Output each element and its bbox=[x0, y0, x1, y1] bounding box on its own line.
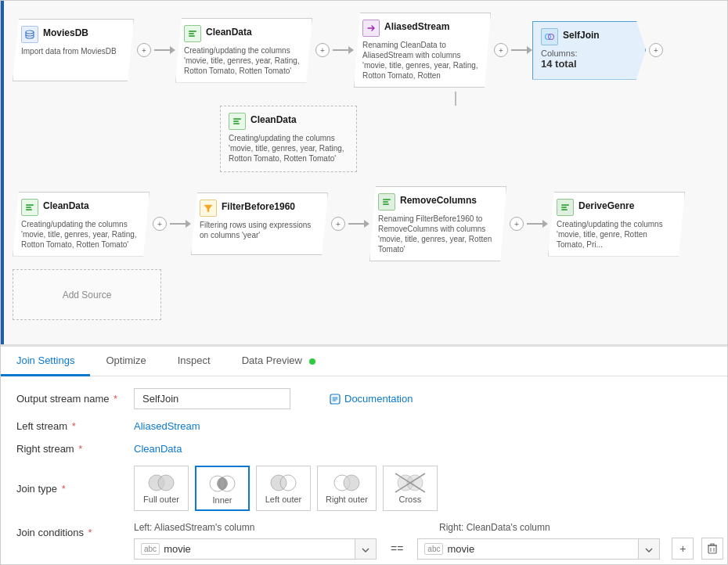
delete-condition-btn[interactable] bbox=[701, 538, 723, 560]
svg-point-20 bbox=[158, 475, 174, 491]
left-stream-link[interactable]: AliasedStream bbox=[134, 420, 200, 432]
right-stream-link[interactable]: CleanData bbox=[134, 443, 182, 455]
join-type-full-outer[interactable]: Full outer bbox=[134, 466, 189, 511]
svg-rect-31 bbox=[708, 545, 716, 553]
full-outer-icon bbox=[145, 471, 178, 495]
derive-icon bbox=[557, 199, 574, 216]
inner-icon bbox=[206, 472, 239, 495]
svg-point-26 bbox=[344, 475, 359, 491]
right-stream-row: Right stream * CleanData bbox=[16, 443, 712, 455]
left-column-select[interactable]: abc movie bbox=[134, 538, 377, 560]
node-removecolumns[interactable]: RemoveColumns Renaming FilterBefore1960 … bbox=[369, 186, 506, 261]
node-derivegenre[interactable]: DeriveGenre Creating/updating the column… bbox=[548, 192, 685, 257]
canvas-left-bar bbox=[1, 1, 4, 344]
plus-btn-cleandata1[interactable]: + bbox=[315, 43, 330, 57]
plus-btn-aliasedstream[interactable]: + bbox=[494, 43, 508, 57]
pipeline-row4: Add Source bbox=[1, 265, 727, 324]
tab-optimize[interactable]: Optimize bbox=[90, 347, 161, 376]
node-filterbefore1960-title: FilterBefore1960 bbox=[222, 201, 295, 212]
node-wrapper-filterbefore1960: FilterBefore1960 Filtering rows using ex… bbox=[191, 193, 348, 255]
tab-join-settings[interactable]: Join Settings bbox=[1, 347, 90, 376]
node-cleandata1-desc: Creating/updating the columns 'movie, ti… bbox=[184, 45, 304, 76]
node-moviesdb-desc: Import data from MoviesDB bbox=[21, 46, 125, 56]
node-wrapper-cleandata2: CleanData Creating/updating the columns … bbox=[220, 106, 357, 172]
tab-bar: Join Settings Optimize Inspect Data Prev… bbox=[1, 347, 727, 376]
plus-btn-filterbefore1960[interactable]: + bbox=[331, 217, 345, 231]
plus-btn-removecolumns[interactable]: + bbox=[510, 217, 524, 231]
node-filterbefore1960[interactable]: FilterBefore1960 Filtering rows using ex… bbox=[191, 193, 328, 255]
node-cleandata1[interactable]: CleanData Creating/updating the columns … bbox=[175, 18, 312, 83]
left-stream-row: Left stream * AliasedStream bbox=[16, 420, 712, 432]
bottom-panel: Join Settings Optimize Inspect Data Prev… bbox=[1, 345, 727, 565]
svg-rect-1 bbox=[189, 31, 196, 32]
node-removecolumns-title: RemoveColumns bbox=[400, 195, 477, 206]
output-stream-row: Output stream name * Documentation bbox=[16, 388, 712, 409]
connector5 bbox=[348, 220, 369, 228]
trash-icon bbox=[708, 543, 717, 554]
connector6 bbox=[527, 220, 548, 228]
node-cleandata2[interactable]: CleanData Creating/updating the columns … bbox=[220, 106, 357, 172]
tab-data-preview[interactable]: Data Preview bbox=[226, 347, 331, 376]
plus-btn-moviesdb[interactable]: + bbox=[137, 43, 151, 57]
conditions-content: Left: AliasedStream's column Right: Clea… bbox=[134, 522, 723, 560]
svg-rect-13 bbox=[383, 201, 388, 203]
join-type-right-outer[interactable]: Right outer bbox=[317, 466, 377, 511]
node-wrapper-selfjoin: SelfJoin Columns: 14 total + bbox=[532, 21, 666, 80]
pipeline-row3: CleanData Creating/updating the columns … bbox=[1, 182, 727, 265]
node-cleandata1-title: CleanData bbox=[206, 27, 252, 38]
condition-row-1: abc movie == abc bbox=[134, 538, 723, 560]
join-type-inner[interactable]: Inner bbox=[195, 466, 250, 511]
add-condition-btn[interactable]: + bbox=[672, 538, 694, 560]
join-conditions-label: Join conditions * bbox=[16, 522, 126, 538]
svg-rect-12 bbox=[383, 199, 391, 200]
documentation-link[interactable]: Documentation bbox=[330, 393, 413, 405]
main-container: MoviesDB Import data from MoviesDB + bbox=[0, 0, 728, 565]
node-wrapper-cleandata1: CleanData Creating/updating the columns … bbox=[175, 18, 333, 83]
right-outer-icon bbox=[330, 471, 363, 495]
join-type-left-outer[interactable]: Left outer bbox=[256, 466, 311, 511]
plus-btn-selfjoin[interactable]: + bbox=[649, 43, 663, 57]
join-type-label: Join type * bbox=[16, 483, 126, 495]
svg-point-0 bbox=[26, 31, 34, 34]
left-column-value: movie bbox=[164, 543, 191, 555]
node-cleandata3-title: CleanData bbox=[43, 200, 89, 211]
node-cleandata2-desc: Creating/updating the columns 'movie, ti… bbox=[229, 133, 348, 164]
svg-rect-7 bbox=[233, 121, 239, 122]
connector3 bbox=[511, 46, 532, 54]
plus-btn-cleandata3[interactable]: + bbox=[153, 217, 167, 231]
pipeline-row2 bbox=[1, 92, 727, 106]
svg-rect-16 bbox=[561, 207, 567, 208]
node-selfjoin[interactable]: SelfJoin Columns: 14 total bbox=[532, 21, 646, 80]
clean-icon-1 bbox=[184, 25, 201, 42]
output-stream-input[interactable] bbox=[134, 388, 290, 409]
node-wrapper-cleandata3: CleanData Creating/updating the columns … bbox=[13, 192, 170, 257]
eq-operator: == bbox=[384, 542, 409, 555]
node-removecolumns-desc: Renaming FilterBefore1960 to RemoveColum… bbox=[378, 214, 498, 254]
node-aliasedstream[interactable]: AliasedStream Renaming CleanData to Alia… bbox=[354, 13, 491, 88]
node-cleandata3[interactable]: CleanData Creating/updating the columns … bbox=[13, 192, 150, 257]
add-source-box[interactable]: Add Source bbox=[13, 269, 161, 320]
right-col-type-badge: abc bbox=[424, 543, 443, 555]
connector1 bbox=[154, 46, 175, 54]
node-moviesdb-title: MoviesDB bbox=[43, 27, 88, 38]
svg-rect-2 bbox=[189, 33, 194, 34]
node-derivegenre-title: DeriveGenre bbox=[578, 200, 634, 211]
node-aliasedstream-desc: Renaming CleanData to AliasedStream with… bbox=[362, 40, 482, 81]
node-cleandata3-desc: Creating/updating the columns 'movie, ti… bbox=[21, 219, 141, 250]
left-outer-icon bbox=[267, 471, 300, 495]
join-type-row: Join type * Full outer bbox=[16, 466, 712, 511]
node-selfjoin-columns: Columns: 14 total bbox=[541, 49, 637, 70]
tab-inspect[interactable]: Inspect bbox=[162, 347, 226, 376]
svg-rect-11 bbox=[26, 209, 32, 211]
node-moviesdb[interactable]: MoviesDB Import data from MoviesDB bbox=[13, 19, 134, 81]
db-icon bbox=[21, 26, 38, 43]
clean-icon-2 bbox=[229, 113, 246, 130]
join-type-cross[interactable]: Cross bbox=[383, 466, 438, 511]
conditions-header: Left: AliasedStream's column Right: Clea… bbox=[134, 522, 723, 533]
left-col-dropdown-btn[interactable] bbox=[355, 539, 376, 559]
svg-rect-15 bbox=[561, 204, 569, 206]
right-col-dropdown-btn[interactable] bbox=[638, 539, 659, 559]
right-column-select[interactable]: abc movie bbox=[417, 538, 660, 560]
node-aliasedstream-title: AliasedStream bbox=[384, 21, 449, 32]
node-wrapper-moviesdb: MoviesDB Import data from MoviesDB + bbox=[13, 19, 154, 81]
